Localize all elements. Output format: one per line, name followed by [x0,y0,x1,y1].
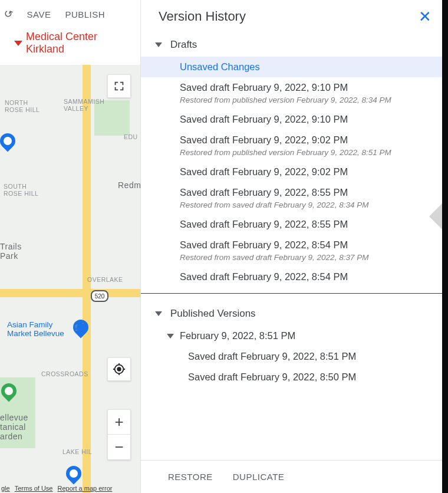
section-divider [141,293,442,294]
place-title-row[interactable]: Medical Center Kirkland [0,28,133,59]
chevron-down-icon [167,334,174,338]
version-item[interactable]: Saved draft February 9, 2022, 8:55 PMRes… [141,182,442,214]
drafts-list: Unsaved ChangesSaved draft February 9, 2… [141,57,442,287]
redo-icon: ↻ [2,6,15,22]
version-item[interactable]: Saved draft February 9, 2022, 8:51 PM [141,346,442,367]
version-item[interactable]: Unsaved Changes [141,57,442,77]
version-item[interactable]: Saved draft February 9, 2022, 9:10 PM [141,109,442,130]
svg-point-0 [117,367,121,371]
duplicate-button[interactable]: DUPLICATE [233,472,285,482]
fullscreen-icon [113,80,126,93]
map-label: ellevue tanical arden [0,413,28,441]
right-gutter [442,0,448,493]
version-item[interactable]: Saved draft February 9, 2022, 9:02 PM [141,162,442,182]
version-item-note: Restored from published version February… [180,96,430,104]
zoom-in-button[interactable]: + [108,410,130,435]
map-canvas[interactable]: NORTH ROSE HILL SAMMAMISH VALLEY EDU SOU… [0,65,140,493]
place-title: Medical Center Kirkland [26,31,133,55]
zoom-control: + − [107,409,131,460]
map-attribution-partial[interactable]: gle [1,485,10,492]
restore-button[interactable]: RESTORE [168,472,213,482]
panel-body[interactable]: Drafts Unsaved ChangesSaved draft Februa… [141,33,442,460]
chevron-down-icon [155,42,162,47]
chevron-down-icon [155,311,162,316]
map-label: EDU [124,133,138,140]
version-item[interactable]: Saved draft February 9, 2022, 9:02 PMRes… [141,130,442,162]
map-pin[interactable] [0,380,19,402]
redo-button[interactable]: ↻ [4,8,13,21]
version-item-note: Restored from saved draft February 9, 20… [180,201,430,209]
route-shield: 520 [91,290,108,302]
version-item-note: Restored from saved draft February 9, 20… [180,253,430,262]
panel-title: Version History [159,9,246,24]
version-item-note: Restored from published version February… [180,148,430,157]
map-label: LAKE HIL [62,448,92,455]
map-label: CROSSROADS [41,370,88,377]
published-section-label: Published Versions [170,308,256,320]
map-label: Trails Park [0,242,22,261]
publish-button[interactable]: PUBLISH [65,9,105,19]
map-footer-links: gle Terms of Use Report a map error [0,485,112,492]
version-item[interactable]: Saved draft February 9, 2022, 9:10 PMRes… [141,77,442,109]
map-pin[interactable] [70,317,92,338]
map-poi-label: Asian Family Market Bellevue [7,321,64,338]
published-section-header[interactable]: Published Versions [141,302,442,326]
map-pin[interactable] [0,130,18,152]
version-history-panel: Version History ✕ Drafts Unsaved Changes… [140,0,442,493]
terms-of-use-link[interactable]: Terms of Use [15,485,53,492]
panel-header: Version History ✕ [141,0,442,33]
map-label: Redm [118,180,140,190]
close-button[interactable]: ✕ [419,8,431,26]
locate-me-button[interactable] [107,357,131,381]
version-item[interactable]: Saved draft February 9, 2022, 8:54 PMRes… [141,235,442,267]
published-group-title: February 9, 2022, 8:51 PM [180,330,295,341]
map-label: OVERLAKE [87,276,123,283]
map-label: SAMMAMISH VALLEY [64,98,104,112]
published-group[interactable]: February 9, 2022, 8:51 PM [141,326,442,346]
fullscreen-button[interactable] [107,74,131,98]
version-item[interactable]: Saved draft February 9, 2022, 8:55 PM [141,214,442,235]
save-button[interactable]: SAVE [27,9,51,19]
zoom-out-button[interactable]: − [108,435,130,459]
version-item[interactable]: Saved draft February 9, 2022, 8:54 PM [141,267,442,287]
caret-down-icon [14,41,22,46]
published-list: Saved draft February 9, 2022, 8:51 PMSav… [141,346,442,387]
version-item[interactable]: Saved draft February 9, 2022, 8:50 PM [141,367,442,387]
report-error-link[interactable]: Report a map error [57,485,112,492]
target-icon [113,363,126,376]
map-label: SOUTH ROSE HILL [4,183,38,197]
panel-footer: RESTORE DUPLICATE [141,460,442,493]
map-label: NORTH ROSE HILL [5,99,39,113]
drafts-section-label: Drafts [170,39,197,51]
drafts-section-header[interactable]: Drafts [141,33,442,57]
map-pin[interactable] [63,463,85,485]
